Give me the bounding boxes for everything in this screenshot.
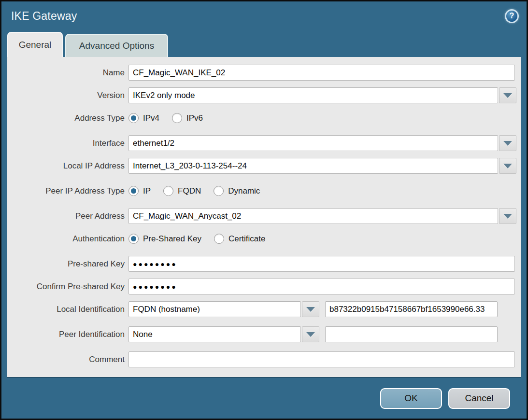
row-local-identification: Local Identification FQDN (hostname) b87… — [7, 301, 521, 317]
local-identification-value-input[interactable]: b87322b0915b47158667bf1653990e66.33 — [325, 301, 498, 317]
local-identification-type-select[interactable]: FQDN (hostname) — [128, 301, 301, 317]
chevron-down-icon — [503, 214, 512, 219]
pre-shared-key-label: Pre-shared Key — [7, 259, 125, 269]
peer-address-label: Peer Address — [7, 211, 125, 221]
radio-option-certificate[interactable]: Certificate — [214, 234, 266, 244]
peer-ip-address-type-label: Peer IP Address Type — [7, 186, 125, 196]
row-pre-shared-key: Pre-shared Key ●●●●●●●● — [7, 256, 521, 272]
radio-option-pre-shared-key[interactable]: Pre-Shared Key — [128, 234, 201, 244]
row-confirm-pre-shared-key: Confirm Pre-shared Key ●●●●●●●● — [7, 279, 521, 294]
local-ip-address-select[interactable]: Internet_L3_203-0-113-254--24 — [128, 158, 498, 174]
help-icon[interactable]: ? — [505, 9, 519, 23]
radio-psk-label: Pre-Shared Key — [143, 234, 201, 244]
tab-advanced-options[interactable]: Advanced Options — [65, 34, 168, 57]
comment-label: Comment — [7, 355, 125, 364]
row-address-type: Address Type IPv4 IPv6 — [7, 110, 521, 126]
row-peer-ip-address-type: Peer IP Address Type IP FQDN Dynamic — [7, 183, 521, 199]
radio-option-fqdn[interactable]: FQDN — [163, 186, 201, 196]
radio-certificate-label: Certificate — [228, 234, 266, 244]
radio-ip-icon[interactable] — [128, 186, 139, 196]
interface-label: Interface — [7, 139, 125, 148]
tab-general[interactable]: General — [7, 32, 63, 57]
peer-address-select[interactable]: CF_Magic_WAN_Anycast_02 — [128, 208, 498, 224]
chevron-down-icon — [503, 141, 512, 146]
radio-option-dynamic[interactable]: Dynamic — [214, 186, 260, 196]
peer-address-dropdown-button[interactable] — [499, 208, 516, 224]
confirm-pre-shared-key-input[interactable]: ●●●●●●●● — [128, 279, 515, 294]
name-label: Name — [7, 68, 125, 78]
version-label: Version — [7, 91, 125, 100]
authentication-label: Authentication — [7, 234, 125, 244]
radio-ipv6-label: IPv6 — [186, 113, 203, 123]
interface-select[interactable]: ethernet1/2 — [128, 135, 498, 151]
row-local-ip-address: Local IP Address Internet_L3_203-0-113-2… — [7, 158, 521, 174]
radio-fqdn-label: FQDN — [178, 186, 201, 196]
row-peer-address: Peer Address CF_Magic_WAN_Anycast_02 — [7, 208, 521, 224]
radio-dynamic-label: Dynamic — [228, 186, 260, 196]
radio-ipv6-icon[interactable] — [172, 113, 182, 123]
radio-option-ip[interactable]: IP — [128, 186, 151, 196]
comment-input[interactable] — [128, 351, 515, 367]
radio-option-ipv4[interactable]: IPv4 — [128, 113, 159, 123]
chevron-down-icon — [503, 164, 512, 168]
pre-shared-key-input[interactable]: ●●●●●●●● — [128, 256, 515, 272]
radio-certificate-icon[interactable] — [214, 234, 224, 244]
row-interface: Interface ethernet1/2 — [7, 135, 521, 151]
general-tab-panel: Name CF_Magic_WAN_IKE_02 Version IKEv2 o… — [7, 57, 521, 378]
local-ip-dropdown-button[interactable] — [499, 158, 516, 174]
titlebar: IKE Gateway ? — [1, 1, 527, 30]
dialog-footer: OK Cancel — [1, 378, 527, 419]
chevron-down-icon — [306, 332, 315, 337]
chevron-down-icon — [503, 93, 512, 98]
tab-bar: General Advanced Options — [1, 30, 527, 57]
name-input[interactable]: CF_Magic_WAN_IKE_02 — [128, 65, 515, 81]
radio-ip-label: IP — [143, 186, 151, 196]
chevron-down-icon — [306, 307, 315, 312]
row-name: Name CF_Magic_WAN_IKE_02 — [7, 65, 521, 81]
row-version: Version IKEv2 only mode — [7, 87, 521, 103]
ok-button[interactable]: OK — [380, 388, 442, 409]
local-identification-label: Local Identification — [7, 305, 125, 314]
radio-fqdn-icon[interactable] — [163, 186, 173, 196]
radio-ipv4-label: IPv4 — [143, 113, 159, 123]
cancel-button[interactable]: Cancel — [448, 388, 510, 409]
peer-identification-label: Peer Identification — [7, 330, 125, 339]
ike-gateway-dialog: IKE Gateway ? General Advanced Options N… — [0, 0, 528, 420]
row-authentication: Authentication Pre-Shared Key Certificat… — [7, 231, 521, 247]
radio-option-ipv6[interactable]: IPv6 — [172, 113, 203, 123]
local-identification-dropdown-button[interactable] — [302, 301, 319, 317]
radio-psk-icon[interactable] — [128, 234, 139, 244]
address-type-label: Address Type — [7, 113, 125, 123]
row-peer-identification: Peer Identification None — [7, 326, 521, 342]
local-ip-address-label: Local IP Address — [7, 161, 125, 171]
interface-dropdown-button[interactable] — [499, 135, 516, 151]
radio-ipv4-icon[interactable] — [128, 113, 139, 123]
radio-dynamic-icon[interactable] — [214, 186, 224, 196]
row-comment: Comment — [7, 351, 521, 367]
version-dropdown-button[interactable] — [499, 87, 516, 103]
version-select[interactable]: IKEv2 only mode — [128, 87, 498, 103]
peer-identification-value-input[interactable] — [325, 326, 498, 342]
confirm-pre-shared-key-label: Confirm Pre-shared Key — [7, 282, 125, 292]
peer-identification-type-select[interactable]: None — [128, 326, 301, 342]
dialog-title: IKE Gateway — [11, 10, 505, 23]
peer-identification-dropdown-button[interactable] — [302, 326, 319, 342]
